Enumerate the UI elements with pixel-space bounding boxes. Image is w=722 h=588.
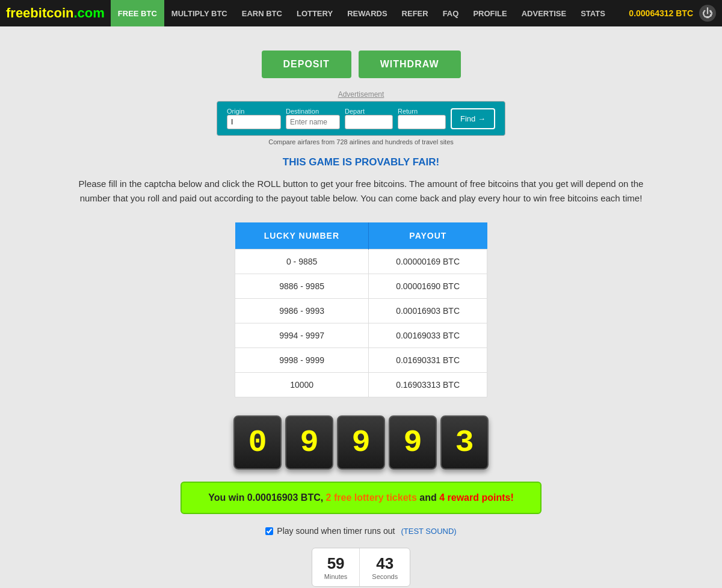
- logo-free: free: [6, 5, 30, 20]
- nav-balance: 0.00064312 BTC: [629, 8, 693, 18]
- site-logo[interactable]: freebitcoin.com: [6, 5, 105, 21]
- payout-value: 0.00000169 BTC: [369, 250, 487, 274]
- sound-label: Play sound when timer runs out: [277, 526, 395, 536]
- timer-box: 59 Minutes 43 Seconds: [48, 548, 674, 587]
- timer-seconds-label: Seconds: [372, 573, 398, 580]
- timer-minutes-cell: 59 Minutes: [312, 548, 360, 586]
- nav-item-lottery[interactable]: LOTTERY: [289, 0, 340, 26]
- payout-value: 0.00169033 BTC: [369, 323, 487, 348]
- action-buttons: DEPOSIT WITHDRAW: [48, 51, 674, 78]
- table-row: 9886 - 9985 0.00001690 BTC: [235, 274, 487, 299]
- table-row: 9994 - 9997 0.00169033 BTC: [235, 323, 487, 348]
- ad-label: Advertisement: [48, 90, 674, 99]
- nav-item-profile[interactable]: PROFILE: [466, 0, 514, 26]
- payout-value: 0.01690331 BTC: [369, 348, 487, 373]
- timer-minutes-value: 59: [324, 554, 348, 573]
- table-header-payout: PAYOUT: [369, 222, 487, 250]
- table-row: 0 - 9885 0.00000169 BTC: [235, 250, 487, 274]
- timer-minutes-label: Minutes: [324, 573, 348, 580]
- nav-item-earnbtc[interactable]: EARN BTC: [235, 0, 289, 26]
- nav-item-refer[interactable]: REFER: [395, 0, 436, 26]
- win-tickets: 2 free lottery tickets: [326, 492, 417, 503]
- power-icon[interactable]: ⏻: [699, 5, 716, 22]
- lucky-range: 9994 - 9997: [235, 323, 369, 348]
- ad-origin-input[interactable]: [227, 115, 281, 129]
- lucky-range: 9998 - 9999: [235, 348, 369, 373]
- ad-depart-label: Depart: [345, 108, 365, 115]
- lucky-digit: 9: [337, 415, 385, 470]
- navbar: freebitcoin.com FREE BTC MULTIPLY BTC EA…: [0, 0, 722, 26]
- ad-find-button[interactable]: Find →: [451, 108, 495, 129]
- timer-seconds-value: 43: [372, 554, 398, 573]
- withdraw-button[interactable]: WITHDRAW: [359, 51, 461, 78]
- payout-table: LUCKY NUMBER PAYOUT 0 - 9885 0.00000169 …: [235, 222, 487, 397]
- ad-depart-input[interactable]: [345, 115, 393, 129]
- lucky-digit: 3: [440, 415, 489, 470]
- lucky-digit: 9: [389, 415, 437, 470]
- test-sound-link[interactable]: (TEST SOUND): [401, 527, 456, 536]
- payout-value: 0.16903313 BTC: [369, 373, 487, 397]
- provably-fair-title: THIS GAME IS PROVABLY FAIR!: [48, 156, 674, 168]
- nav-item-faq[interactable]: FAQ: [436, 0, 466, 26]
- deposit-button[interactable]: DEPOSIT: [262, 51, 351, 78]
- win-banner: You win 0.00016903 BTC, 2 free lottery t…: [180, 482, 542, 514]
- lucky-range: 9986 - 9993: [235, 299, 369, 323]
- nav-item-freebtc[interactable]: FREE BTC: [111, 0, 164, 26]
- table-header-lucky: LUCKY NUMBER: [235, 222, 369, 250]
- lucky-digit: 0: [233, 415, 282, 470]
- win-points: 4 reward points!: [439, 492, 514, 503]
- sound-checkbox[interactable]: [265, 527, 273, 535]
- nav-item-multiplybtc[interactable]: MULTIPLY BTC: [164, 0, 235, 26]
- ad-depart-field: Depart: [345, 108, 393, 129]
- payout-value: 0.00016903 BTC: [369, 299, 487, 323]
- logo-bitcoin: bitcoin: [30, 5, 73, 20]
- ad-return-input[interactable]: [398, 115, 446, 129]
- ad-caption: Compare airfares from 728 airlines and h…: [48, 138, 674, 145]
- win-text-prefix: You win 0.00016903 BTC,: [208, 492, 323, 503]
- nav-items: FREE BTC MULTIPLY BTC EARN BTC LOTTERY R…: [111, 0, 629, 26]
- payout-table-wrapper: LUCKY NUMBER PAYOUT 0 - 9885 0.00000169 …: [48, 222, 674, 397]
- sound-row: Play sound when timer runs out (TEST SOU…: [48, 526, 674, 536]
- lucky-range: 0 - 9885: [235, 250, 369, 274]
- table-row: 10000 0.16903313 BTC: [235, 373, 487, 397]
- nav-item-rewards[interactable]: REWARDS: [340, 0, 394, 26]
- nav-item-advertise[interactable]: ADVERTISE: [514, 0, 573, 26]
- win-text-mid: and: [419, 492, 436, 503]
- timer-inner: 59 Minutes 43 Seconds: [312, 548, 410, 587]
- lucky-number-display: 09993: [48, 415, 674, 470]
- ad-destination-label: Destination: [286, 108, 319, 115]
- ad-destination-field: Destination: [286, 108, 340, 129]
- lucky-digit: 9: [285, 415, 333, 470]
- ad-return-label: Return: [398, 108, 418, 115]
- main-content: DEPOSIT WITHDRAW Advertisement Origin De…: [36, 26, 686, 588]
- ad-box: Origin Destination Depart Return Find →: [217, 101, 505, 136]
- timer-seconds-cell: 43 Seconds: [360, 548, 410, 586]
- ad-origin-label: Origin: [227, 108, 244, 115]
- ad-section: Advertisement Origin Destination Depart …: [48, 90, 674, 145]
- ad-return-field: Return: [398, 108, 446, 129]
- ad-destination-input[interactable]: [286, 115, 340, 129]
- lucky-range: 10000: [235, 373, 369, 397]
- ad-origin-field: Origin: [227, 108, 281, 129]
- lucky-range: 9886 - 9985: [235, 274, 369, 299]
- payout-value: 0.00001690 BTC: [369, 274, 487, 299]
- nav-item-stats[interactable]: STATS: [573, 0, 612, 26]
- table-row: 9998 - 9999 0.01690331 BTC: [235, 348, 487, 373]
- game-description: Please fill in the captcha below and cli…: [66, 177, 656, 206]
- table-row: 9986 - 9993 0.00016903 BTC: [235, 299, 487, 323]
